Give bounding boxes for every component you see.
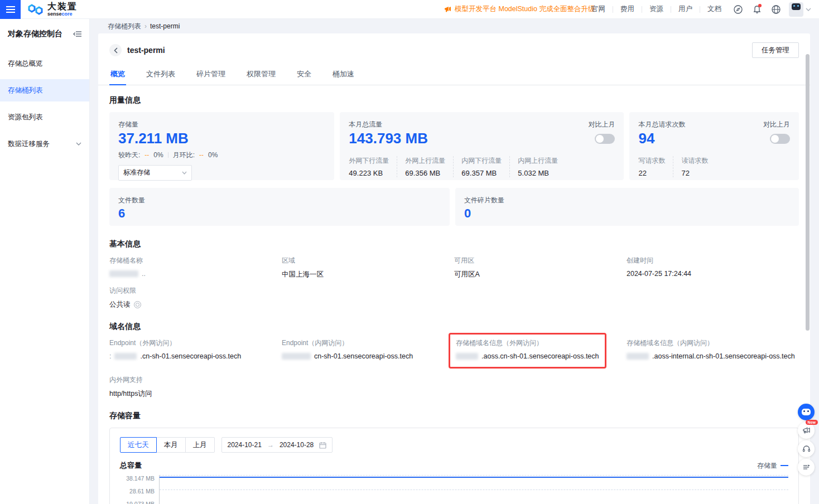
traffic-compare-toggle[interactable] xyxy=(595,134,615,144)
sensecore-logo-icon xyxy=(27,3,44,16)
permission-edit-icon[interactable] xyxy=(134,301,141,308)
announcement-banner[interactable]: 模型开发平台 ModelStudio 完成全面整合升级 xyxy=(444,4,595,14)
main-panel: test-permi 任务管理 概览 文件列表 碎片管理 权限管理 安全 桶加速… xyxy=(98,33,810,504)
back-button[interactable] xyxy=(109,44,122,56)
megaphone-icon xyxy=(802,427,811,434)
sidebar-title: 对象存储控制台 xyxy=(8,29,62,39)
field-network-support: 内外网支持 http/https访问 xyxy=(98,369,810,399)
field-bucket-domain-public: 存储桶域名信息（外网访问） .aoss.cn-sh-01.sensecoreap… xyxy=(454,338,627,369)
traffic-label: 本月总流量 xyxy=(349,120,615,129)
range-this-month[interactable]: 本月 xyxy=(156,437,186,453)
field-bucket-domain-internal: 存储桶域名信息（内网访问） .aoss-internal.cn-sh-01.se… xyxy=(627,338,799,369)
traffic-stat: 内网下行流量 69.357 MB xyxy=(461,156,510,177)
storage-class-select[interactable]: 标准存储 xyxy=(118,165,192,181)
tab-file-list[interactable]: 文件列表 xyxy=(145,66,176,85)
chart-legend: 存储量 xyxy=(757,461,788,471)
range-last-7-days[interactable]: 近七天 xyxy=(120,437,157,453)
vertical-scrollbar[interactable] xyxy=(806,54,810,331)
tab-security[interactable]: 安全 xyxy=(296,66,312,85)
requests-compare-toggle[interactable] xyxy=(770,134,790,144)
brand-logo[interactable]: 大装置 sensecore xyxy=(27,2,78,17)
support-compass-icon[interactable] xyxy=(729,0,748,19)
capacity-section-title: 存储容量 xyxy=(98,399,810,428)
ai-assistant-button[interactable] xyxy=(798,404,815,420)
user-avatar xyxy=(789,2,803,17)
y-axis-labels: 38.147 MB 28.61 MB 19.073 MB 9.537 MB 0 … xyxy=(120,475,159,504)
sidebar-item-storage-overview[interactable]: 存储总概览 xyxy=(0,52,89,75)
top-nav: 官网 费用 资源 用户 文档 xyxy=(584,4,729,14)
tab-bar: 概览 文件列表 碎片管理 权限管理 安全 桶加速 xyxy=(98,64,810,85)
storage-series-line xyxy=(160,477,788,478)
storage-usage-card: 存储量 37.211 MB 较昨天: -- 0% 月环比: -- 0% 标准存储 xyxy=(109,112,334,180)
task-management-button[interactable]: 任务管理 xyxy=(752,42,799,58)
file-count-card: 文件数量 6 xyxy=(109,188,450,226)
nav-official-site[interactable]: 官网 xyxy=(584,4,613,14)
traffic-value: 143.793 MB xyxy=(349,130,615,147)
tab-overview[interactable]: 概览 xyxy=(109,66,126,85)
date-to: 2024-10-28 xyxy=(280,441,314,449)
redacted-endpoint-prefix xyxy=(114,353,137,360)
sidebar: 对象存储控制台 存储总概览 存储桶列表 资源包列表 数据迁移服务 xyxy=(0,19,90,504)
sidebar-item-resource-packages[interactable]: 资源包列表 xyxy=(0,106,89,128)
megaphone-icon xyxy=(444,6,452,13)
user-menu[interactable] xyxy=(789,2,811,17)
field-endpoint-internal: Endpoint（内网访问） cn-sh-01.sensecoreapi-oss… xyxy=(282,338,454,369)
redacted-domain-prefix xyxy=(456,353,478,360)
nav-user[interactable]: 用户 xyxy=(671,4,700,14)
chevron-down-icon xyxy=(76,142,81,146)
nav-docs[interactable]: 文档 xyxy=(700,4,729,14)
calendar-icon xyxy=(319,442,326,449)
hamburger-menu-icon[interactable] xyxy=(0,0,21,19)
traffic-stat: 内网上行流量 5.032 MB xyxy=(518,156,566,177)
arrow-right-icon: → xyxy=(267,441,274,449)
requests-card: 本月总请求次数 94 对比上月 写请求数 22 读请求数 72 xyxy=(629,112,799,180)
chart-plot-area[interactable] xyxy=(159,475,788,504)
sidebar-collapse-icon[interactable] xyxy=(73,31,81,37)
page-title: test-permi xyxy=(127,46,165,55)
field-bucket-name: 存储桶名称 .. xyxy=(109,256,282,279)
robot-face-icon xyxy=(802,409,811,415)
new-badge: New xyxy=(806,420,818,425)
field-created-time: 创建时间 2024-07-25 17:24:44 xyxy=(627,256,799,279)
breadcrumb-bucket-list[interactable]: 存储桶列表 xyxy=(108,22,141,31)
traffic-card: 本月总流量 143.793 MB 对比上月 外网下行流量 49.223 KB 外… xyxy=(340,112,624,180)
redacted-domain-prefix xyxy=(627,353,649,360)
tab-fragment-management[interactable]: 碎片管理 xyxy=(195,66,227,85)
breadcrumb: 存储桶列表 › test-permi xyxy=(108,19,180,33)
field-access-permission: 访问权限 公共读 xyxy=(98,279,810,309)
sidebar-item-data-migration[interactable]: 数据迁移服务 xyxy=(0,133,89,155)
language-globe-icon[interactable] xyxy=(767,0,786,19)
chevron-down-icon xyxy=(182,171,187,175)
date-from: 2024-10-21 xyxy=(228,441,262,449)
field-region: 区域 中国上海一区 xyxy=(282,256,454,279)
chevron-down-icon xyxy=(806,8,811,11)
file-count-value: 6 xyxy=(118,206,441,221)
nav-resources[interactable]: 资源 xyxy=(642,4,671,14)
fragment-count-value: 0 xyxy=(464,206,790,221)
breadcrumb-current: test-permi xyxy=(150,22,180,30)
capacity-chart-card: 近七天 本月 上月 2024-10-21 → 2024-10-28 总容量 存储… xyxy=(109,428,799,504)
floating-action-buttons: New xyxy=(798,404,815,476)
compare-last-month-label: 对比上月 xyxy=(588,120,615,128)
feedback-button[interactable] xyxy=(798,459,815,476)
support-headset-button[interactable] xyxy=(798,440,815,457)
top-bar: 大装置 sensecore 模型开发平台 ModelStudio 完成全面整合升… xyxy=(0,0,819,19)
legend-line-swatch xyxy=(781,465,788,466)
range-segmented-control: 近七天 本月 上月 xyxy=(120,437,215,453)
redacted-bucket-name xyxy=(109,270,138,277)
announcement-button[interactable]: New xyxy=(798,422,815,439)
notification-bell-icon[interactable] xyxy=(748,0,767,19)
tab-permission-management[interactable]: 权限管理 xyxy=(245,66,277,85)
fragment-count-card: 文件碎片数量 0 xyxy=(455,188,799,226)
tab-bucket-acceleration[interactable]: 桶加速 xyxy=(331,66,355,85)
date-range-picker[interactable]: 2024-10-21 → 2024-10-28 xyxy=(221,437,333,453)
nav-billing[interactable]: 费用 xyxy=(613,4,642,14)
storage-value: 37.211 MB xyxy=(118,130,325,147)
list-feedback-icon xyxy=(802,464,810,471)
notification-dot xyxy=(758,4,762,7)
redacted-endpoint-prefix xyxy=(282,353,311,360)
sidebar-item-bucket-list[interactable]: 存储桶列表 xyxy=(0,79,89,101)
brand-name-en: sensecore xyxy=(47,12,78,17)
headset-icon xyxy=(802,445,811,453)
range-last-month[interactable]: 上月 xyxy=(185,437,215,453)
